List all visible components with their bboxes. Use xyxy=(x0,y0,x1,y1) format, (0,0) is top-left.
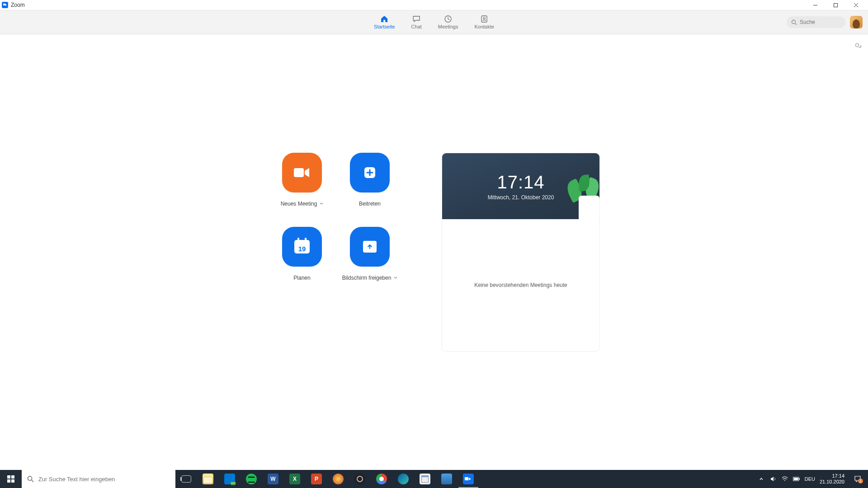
svg-rect-9 xyxy=(294,168,304,177)
svg-rect-21 xyxy=(793,478,798,480)
notification-badge: 1 xyxy=(858,479,863,483)
tray-clock[interactable]: 17:14 21.10.2020 xyxy=(820,473,846,485)
tab-home[interactable]: Startseite xyxy=(371,13,397,31)
wifi-icon[interactable] xyxy=(781,475,788,483)
tab-chat[interactable]: Chat xyxy=(409,13,425,31)
file-explorer-icon xyxy=(203,474,213,484)
join-button[interactable] xyxy=(350,153,390,192)
edge-icon xyxy=(398,474,409,484)
zoom-icon xyxy=(463,474,474,484)
taskbar-app-zoom[interactable] xyxy=(458,470,479,488)
title-bar: Zoom xyxy=(0,0,868,10)
search-icon xyxy=(791,19,797,25)
taskbar-app-file-explorer[interactable] xyxy=(197,470,219,488)
contacts-icon xyxy=(480,15,489,23)
chevron-down-icon xyxy=(394,276,397,280)
tray-language[interactable]: DEU xyxy=(805,476,815,482)
new-meeting-label[interactable]: Neues Meeting xyxy=(281,201,324,207)
settings-button[interactable] xyxy=(853,41,862,50)
notepad-icon xyxy=(420,474,430,484)
svg-point-6 xyxy=(483,17,485,19)
powerpoint-icon xyxy=(311,474,322,484)
word-icon xyxy=(268,474,278,484)
taskbar-app-app-misc[interactable] xyxy=(327,470,349,488)
tab-label: Chat xyxy=(411,24,422,29)
tab-contacts[interactable]: Kontakte xyxy=(472,13,496,31)
no-meetings-text: Keine bevorstehenden Meetings heute xyxy=(474,282,567,288)
home-icon xyxy=(380,15,389,23)
taskbar-app-edge[interactable] xyxy=(392,470,414,488)
plant-decoration xyxy=(562,175,599,219)
taskbar: DEU 17:14 21.10.2020 1 xyxy=(0,470,868,488)
photos-icon xyxy=(441,474,452,484)
search-input[interactable] xyxy=(800,19,840,25)
clock-date: Mittwoch, 21. Oktober 2020 xyxy=(488,194,554,201)
user-avatar[interactable] xyxy=(850,16,863,28)
taskbar-app-notepad[interactable] xyxy=(414,470,436,488)
clock-time: 17:14 xyxy=(497,172,544,192)
maximize-button[interactable] xyxy=(826,0,846,10)
window-controls xyxy=(805,0,866,10)
svg-point-7 xyxy=(792,20,796,23)
svg-rect-20 xyxy=(799,478,800,480)
svg-rect-15 xyxy=(7,479,10,483)
obs-icon xyxy=(354,474,365,484)
schedule-label: Planen xyxy=(293,275,310,281)
window-title: Zoom xyxy=(11,2,25,8)
svg-rect-14 xyxy=(11,475,14,479)
home-content: Neues Meeting Beitreten xyxy=(0,34,868,470)
volume-icon[interactable] xyxy=(769,475,777,483)
start-button[interactable] xyxy=(0,470,22,488)
new-meeting-button[interactable] xyxy=(282,153,322,192)
taskbar-search[interactable] xyxy=(22,470,175,488)
system-tray[interactable]: DEU 17:14 21.10.2020 1 xyxy=(754,470,868,488)
top-nav: Startseite Chat Meetings Kontakte xyxy=(0,10,868,34)
tab-meetings[interactable]: Meetings xyxy=(435,13,461,31)
taskbar-search-input[interactable] xyxy=(38,476,170,483)
taskbar-app-powerpoint[interactable] xyxy=(306,470,327,488)
clock-icon xyxy=(443,15,453,23)
calendar-icon: 19 xyxy=(294,240,310,253)
tray-chevron-icon[interactable] xyxy=(758,475,765,483)
nav-tabs: Startseite Chat Meetings Kontakte xyxy=(371,13,497,31)
taskbar-apps xyxy=(175,470,479,488)
gear-icon xyxy=(853,41,862,50)
taskbar-app-word[interactable] xyxy=(262,470,284,488)
chrome-icon xyxy=(376,474,387,484)
share-icon xyxy=(363,241,377,253)
tab-label: Startseite xyxy=(374,24,395,29)
battery-icon[interactable] xyxy=(793,475,800,483)
video-icon xyxy=(293,166,311,179)
taskbar-app-spotify[interactable] xyxy=(241,470,262,488)
plus-icon xyxy=(363,166,377,179)
action-center-button[interactable]: 1 xyxy=(851,475,864,483)
close-button[interactable] xyxy=(846,0,866,10)
taskbar-app-task-view[interactable] xyxy=(175,470,197,488)
svg-point-17 xyxy=(28,476,32,480)
join-label: Beitreten xyxy=(359,201,381,207)
share-screen-label[interactable]: Bildschirm freigeben xyxy=(342,275,398,281)
clock-panel: 17:14 Mittwoch, 21. Oktober 2020 xyxy=(442,153,599,219)
taskbar-app-mail[interactable] xyxy=(219,470,241,488)
svg-rect-1 xyxy=(834,3,838,7)
share-screen-button[interactable] xyxy=(350,227,390,267)
tab-label: Kontakte xyxy=(474,24,494,29)
svg-rect-16 xyxy=(11,479,14,483)
excel-icon xyxy=(289,474,300,484)
zoom-app-icon xyxy=(2,2,8,8)
svg-line-8 xyxy=(795,23,797,25)
taskbar-app-photos[interactable] xyxy=(436,470,458,488)
action-grid: Neues Meeting Beitreten xyxy=(268,153,404,281)
search-icon xyxy=(27,475,34,483)
tab-label: Meetings xyxy=(438,24,458,29)
svg-rect-13 xyxy=(7,475,10,479)
minimize-button[interactable] xyxy=(805,0,826,10)
windows-icon xyxy=(7,475,14,483)
schedule-button[interactable]: 19 xyxy=(282,227,322,267)
task-view-icon xyxy=(181,475,191,483)
taskbar-app-obs[interactable] xyxy=(349,470,371,488)
svg-line-18 xyxy=(32,480,33,482)
taskbar-app-excel[interactable] xyxy=(284,470,306,488)
search-box[interactable] xyxy=(787,16,845,28)
taskbar-app-chrome[interactable] xyxy=(371,470,392,488)
